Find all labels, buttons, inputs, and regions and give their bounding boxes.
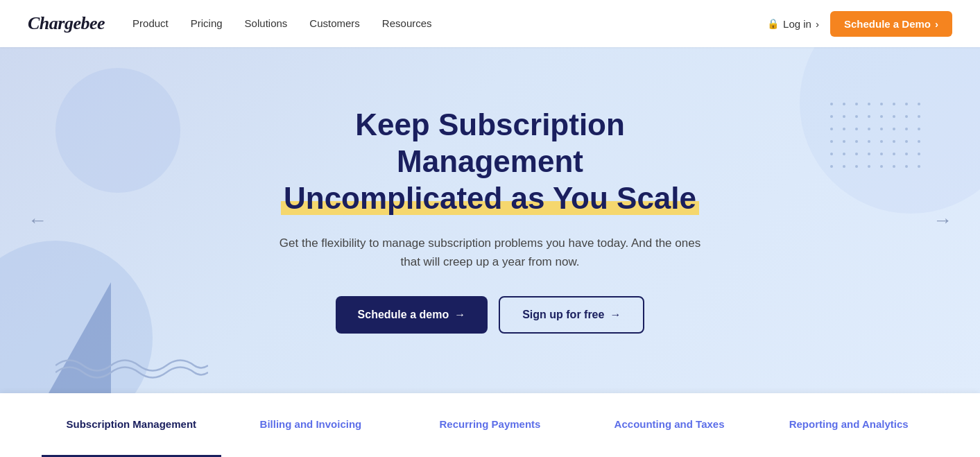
deco-dot — [905, 115, 908, 118]
deco-dot — [893, 153, 895, 155]
deco-dot — [855, 153, 858, 155]
deco-dot — [893, 103, 895, 105]
tab-recurring-label: Recurring Payments — [440, 418, 541, 430]
schedule-demo-button[interactable]: Schedule a demo → — [336, 296, 488, 334]
deco-dot — [880, 153, 883, 155]
hero-section: // Dots will be generated by JS below ← … — [0, 47, 980, 393]
deco-dot — [830, 103, 833, 105]
deco-dot — [918, 128, 920, 130]
login-link[interactable]: 🔒 Log in › — [767, 18, 819, 30]
nav-link-solutions[interactable]: Solutions — [245, 17, 288, 29]
deco-dot — [843, 128, 845, 130]
tab-recurring-payments[interactable]: Recurring Payments — [400, 393, 580, 457]
hero-next-button[interactable]: → — [926, 202, 959, 239]
schedule-btn-label: Schedule a Demo — [844, 18, 931, 30]
deco-circle-small — [55, 68, 180, 193]
nav-link-customers[interactable]: Customers — [309, 17, 360, 29]
tab-reporting-label: Reporting and Analytics — [789, 418, 909, 430]
login-arrow: › — [816, 18, 819, 30]
tab-accounting-label: Accounting and Taxes — [614, 418, 725, 430]
schedule-btn-arrow: › — [935, 18, 938, 30]
navbar-left: Chargebee Product Pricing Solutions Cust… — [28, 13, 432, 34]
deco-dot — [855, 128, 858, 130]
deco-dot — [868, 140, 870, 143]
deco-dot — [880, 115, 883, 118]
tab-billing-invoicing[interactable]: Billing and Invoicing — [221, 393, 401, 457]
deco-dot — [918, 153, 920, 155]
schedule-demo-label: Schedule a demo — [358, 309, 449, 321]
signup-label: Sign up for free — [522, 309, 604, 321]
hero-buttons: Schedule a demo → Sign up for free → — [268, 296, 712, 334]
left-arrow-icon: ← — [28, 209, 47, 231]
deco-dot — [893, 128, 895, 130]
deco-dot — [893, 165, 895, 168]
deco-dot — [880, 128, 883, 130]
hero-subtitle: Get the flexibility to manage subscripti… — [268, 234, 712, 271]
deco-dot — [918, 165, 920, 168]
nav-item-customers[interactable]: Customers — [309, 17, 360, 30]
deco-dot — [893, 140, 895, 143]
navbar: Chargebee Product Pricing Solutions Cust… — [0, 0, 980, 47]
tab-reporting-analytics[interactable]: Reporting and Analytics — [759, 393, 938, 457]
deco-dot — [843, 103, 845, 105]
tab-accounting-taxes[interactable]: Accounting and Taxes — [580, 393, 759, 457]
deco-dot — [843, 140, 845, 143]
deco-dot — [868, 115, 870, 118]
tab-subscription-management[interactable]: Subscription Management — [42, 393, 221, 457]
deco-dot — [843, 165, 845, 168]
hero-prev-button[interactable]: ← — [21, 202, 54, 239]
nav-link-product[interactable]: Product — [132, 17, 169, 29]
hero-content: Keep Subscription Management Uncomplicat… — [268, 107, 712, 334]
nav-item-solutions[interactable]: Solutions — [245, 17, 288, 30]
tab-billing-label: Billing and Invoicing — [260, 418, 362, 430]
deco-dot — [868, 128, 870, 130]
nav-link-pricing[interactable]: Pricing — [191, 17, 223, 29]
logo[interactable]: Chargebee — [28, 13, 105, 34]
deco-dot — [855, 140, 858, 143]
deco-dot — [830, 115, 833, 118]
nav-item-resources[interactable]: Resources — [382, 17, 432, 30]
deco-dot — [893, 115, 895, 118]
deco-dot — [855, 165, 858, 168]
nav-item-pricing[interactable]: Pricing — [191, 17, 223, 30]
hero-title: Keep Subscription Management Uncomplicat… — [268, 107, 712, 216]
deco-dot — [843, 153, 845, 155]
deco-dot — [868, 165, 870, 168]
nav-item-product[interactable]: Product — [132, 17, 169, 30]
deco-dot — [880, 165, 883, 168]
right-arrow-icon: → — [933, 209, 952, 231]
feature-tabs: Subscription Management Billing and Invo… — [0, 393, 980, 457]
tab-subscription-label: Subscription Management — [67, 418, 197, 430]
deco-dot — [880, 140, 883, 143]
nav-links: Product Pricing Solutions Customers Reso… — [132, 17, 432, 30]
deco-dot — [905, 128, 908, 130]
deco-dot — [843, 115, 845, 118]
signup-arrow: → — [610, 309, 621, 321]
navbar-right: 🔒 Log in › Schedule a Demo › — [767, 11, 952, 37]
deco-dot — [905, 140, 908, 143]
deco-dot — [868, 103, 870, 105]
schedule-demo-button-nav[interactable]: Schedule a Demo › — [830, 11, 952, 37]
deco-dot — [830, 140, 833, 143]
hero-title-line2: Uncomplicated as You Scale — [281, 181, 699, 215]
schedule-demo-arrow: → — [454, 309, 465, 321]
deco-dot — [830, 165, 833, 168]
deco-dots: // Dots will be generated by JS below — [830, 103, 925, 172]
deco-dot — [905, 103, 908, 105]
hero-title-line1: Keep Subscription Management — [355, 107, 625, 178]
deco-dot — [855, 115, 858, 118]
deco-dot — [905, 153, 908, 155]
login-label: Log in — [783, 18, 811, 30]
lock-icon: 🔒 — [767, 18, 779, 29]
deco-dot — [830, 153, 833, 155]
deco-dot — [918, 115, 920, 118]
signup-button[interactable]: Sign up for free → — [499, 296, 644, 334]
deco-wave — [55, 352, 208, 379]
deco-dot — [830, 128, 833, 130]
deco-dot — [855, 103, 858, 105]
deco-dot — [918, 140, 920, 143]
deco-dot — [905, 165, 908, 168]
deco-dot — [880, 103, 883, 105]
deco-dot — [918, 103, 920, 105]
nav-link-resources[interactable]: Resources — [382, 17, 432, 29]
